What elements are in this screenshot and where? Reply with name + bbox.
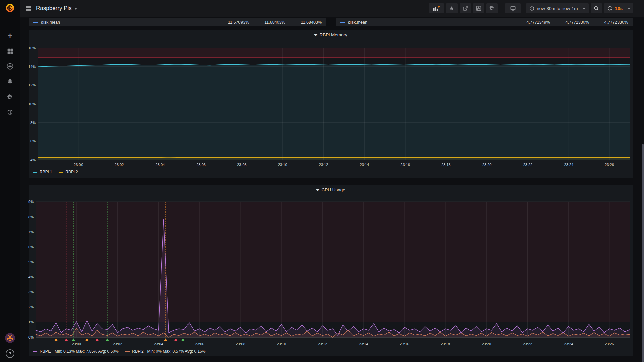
dashboards-icon[interactable] — [6, 47, 14, 55]
x-tick-label: 23:10 — [271, 342, 291, 346]
y-tick-label: 4% — [20, 275, 34, 279]
y-tick-label: 8% — [20, 215, 34, 219]
x-tick-label: 23:04 — [150, 163, 170, 167]
x-tick-label: 23:16 — [394, 342, 415, 346]
stat-value: 11.68403% — [264, 20, 285, 25]
chevron-down-icon — [74, 8, 77, 10]
refresh-picker[interactable]: 10s — [604, 3, 633, 13]
x-tick-label: 23:06 — [190, 342, 210, 346]
y-tick-label: 6% — [20, 245, 34, 249]
annotation-marker[interactable] — [54, 338, 58, 341]
x-tick-label: 23:08 — [232, 163, 252, 167]
create-plus-icon[interactable]: + — [6, 32, 14, 39]
share-button[interactable] — [460, 3, 471, 13]
x-tick-label: 23:22 — [517, 342, 537, 346]
x-tick-label: 23:12 — [314, 163, 334, 167]
user-avatar[interactable] — [5, 333, 15, 343]
settings-gear-button[interactable] — [486, 3, 498, 13]
explore-compass-icon[interactable] — [6, 63, 14, 70]
chevron-down-icon — [583, 8, 585, 10]
y-tick-label: 7% — [20, 230, 34, 234]
alerting-bell-icon[interactable] — [6, 78, 14, 85]
time-range-label: now-30m to now-1m — [537, 6, 578, 11]
zoom-out-button[interactable] — [591, 3, 602, 13]
chart-legend: RBPi 1RBPi 2 — [33, 170, 78, 174]
chevron-down-icon — [628, 8, 630, 10]
grafana-logo-icon[interactable] — [5, 3, 15, 13]
stat-value: 4.7772330% — [566, 20, 589, 25]
star-button[interactable] — [446, 3, 458, 13]
cycle-view-monitor-button[interactable] — [505, 3, 521, 13]
series-color-dash — [340, 22, 345, 23]
add-panel-button[interactable] — [429, 3, 444, 13]
legend-item-RBPi1[interactable]: RBPi 1 — [33, 170, 52, 174]
stat-value: 4.7772330% — [604, 20, 628, 25]
x-tick-label: 23:14 — [354, 342, 374, 346]
y-tick-label: 9% — [20, 200, 34, 204]
dashboard-title: Raspberry Pis — [36, 5, 72, 12]
x-tick-label: 23:20 — [477, 163, 497, 167]
x-tick-label: 23:18 — [436, 163, 456, 167]
annotation-marker[interactable] — [106, 338, 109, 341]
configuration-gear-icon[interactable] — [6, 94, 14, 101]
stat-legend-label[interactable]: disk.mean — [41, 20, 60, 25]
legend-item-RBPi2[interactable]: RBPi 2 — [59, 170, 78, 174]
server-admin-shield-icon[interactable] — [6, 109, 14, 116]
x-tick-label: 23:16 — [395, 163, 415, 167]
time-range-picker[interactable]: now-30m to now-1m — [526, 3, 589, 13]
stat-legend-label[interactable]: disk.mean — [348, 20, 367, 25]
x-tick-label: 23:24 — [558, 163, 579, 167]
refresh-icon — [607, 6, 612, 11]
stat-value: 4.7771349% — [526, 20, 550, 25]
y-tick-label: 3% — [20, 290, 34, 294]
x-tick-label: 23:00 — [68, 163, 89, 167]
x-tick-label: 23:26 — [599, 342, 620, 346]
legend-item-RBPi1[interactable]: RBPi1Min: 0.13% Max: 7.85% Avg: 0.50% — [33, 349, 119, 354]
scrollbar-thumb[interactable] — [642, 144, 644, 362]
memory-panel-plot[interactable] — [38, 48, 630, 165]
panel-title-memory[interactable]: ❤RBPi Memory — [29, 32, 633, 37]
chart-legend: RBPi1Min: 0.13% Max: 7.85% Avg: 0.50%RBP… — [33, 349, 205, 354]
dashboard-title-dropdown[interactable]: Raspberry Pis — [36, 5, 77, 12]
annotation-marker[interactable] — [85, 338, 89, 341]
x-tick-label: 23:04 — [149, 342, 169, 346]
dashboard-grid-icon[interactable] — [25, 5, 32, 12]
x-tick-label: 23:02 — [109, 163, 129, 167]
x-tick-label: 23:14 — [354, 163, 374, 167]
panel-title-text: CPU Usage — [321, 187, 345, 192]
annotation-marker[interactable] — [65, 338, 68, 341]
legend-item-RBPi2[interactable]: RBPi2Min: 0% Max: 0.57% Avg: 0.16% — [125, 349, 206, 354]
heart-icon: ❤ — [316, 188, 319, 192]
annotation-marker[interactable] — [181, 338, 185, 341]
help-glyph: ? — [9, 351, 12, 356]
y-tick-label: 1% — [20, 320, 34, 324]
x-tick-label: 23:12 — [312, 342, 332, 346]
cpu-panel-plot[interactable] — [36, 202, 630, 342]
plus-glyph: + — [8, 32, 12, 39]
refresh-interval-label: 10s — [615, 6, 623, 11]
cpu-chart-panel: ❤CPU Usage 0%1%2%3%4%5%6%7%8%9%23:0023:0… — [29, 185, 633, 356]
help-icon[interactable]: ? — [6, 349, 14, 358]
x-tick-label: 23:26 — [599, 163, 620, 167]
annotation-marker[interactable] — [95, 338, 99, 341]
annotation-marker[interactable] — [72, 338, 75, 341]
y-tick-label: 16% — [22, 46, 36, 50]
y-tick-label: 0% — [20, 335, 34, 339]
y-tick-label: 5% — [20, 260, 34, 264]
x-tick-label: 23:20 — [476, 342, 496, 346]
navbar: Raspberry Pis — [20, 0, 644, 17]
stat-value: 11.67093% — [228, 20, 249, 25]
x-tick-label: 23:06 — [191, 163, 211, 167]
x-tick-label: 23:02 — [107, 342, 127, 346]
y-tick-label: 8% — [22, 121, 36, 125]
sidebar: + — [0, 0, 20, 362]
series-color-dash — [33, 22, 38, 23]
annotation-marker[interactable] — [164, 338, 167, 341]
y-tick-label: 2% — [20, 305, 34, 309]
y-tick-label: 14% — [22, 65, 36, 69]
x-tick-label: 23:24 — [558, 342, 579, 346]
save-button[interactable] — [473, 3, 484, 13]
annotation-marker[interactable] — [174, 338, 178, 341]
y-tick-label: 4% — [22, 158, 36, 162]
panel-title-cpu[interactable]: ❤CPU Usage — [29, 187, 633, 192]
